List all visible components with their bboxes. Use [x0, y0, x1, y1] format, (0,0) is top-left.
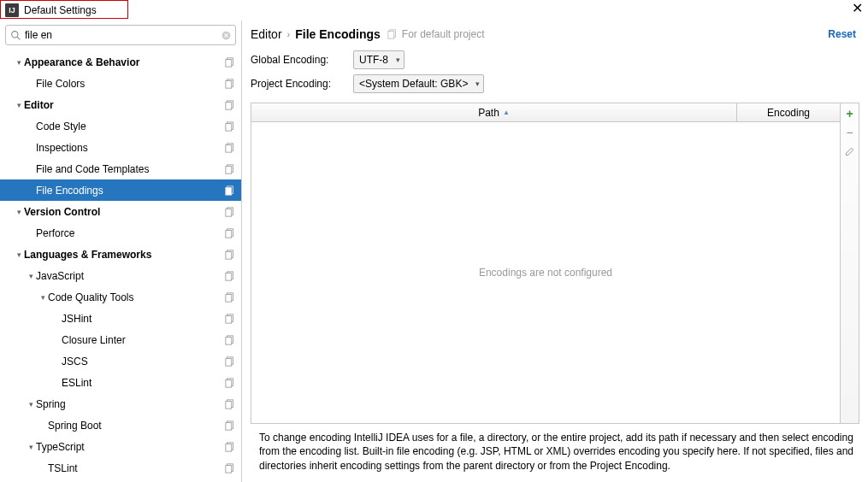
reset-link[interactable]: Reset	[828, 28, 856, 40]
tree-item-label: JSCS	[62, 356, 224, 367]
project-scope-icon	[224, 206, 236, 218]
svg-rect-36	[226, 379, 232, 387]
project-encoding-value: <System Default: GBK>	[359, 78, 468, 90]
tree-item-file-encodings[interactable]: File Encodings	[0, 179, 241, 201]
tree-item-eslint[interactable]: ESLint	[0, 372, 241, 393]
help-text: To change encoding IntelliJ IDEA uses fo…	[242, 424, 868, 482]
expand-icon[interactable]: ▾	[26, 443, 36, 451]
tree-item-tslint[interactable]: TSLint	[0, 457, 241, 479]
project-scope-icon	[224, 99, 236, 111]
svg-rect-10	[226, 102, 232, 109]
tree-item-label: Appearance & Behavior	[24, 56, 224, 68]
project-scope-icon	[224, 249, 236, 261]
svg-rect-24	[226, 251, 232, 259]
tree-item-version-control[interactable]: ▾Version Control	[0, 201, 241, 222]
project-encoding-label: Project Encoding:	[251, 78, 345, 90]
project-scope-icon	[224, 120, 236, 132]
breadcrumb-leaf: File Encodings	[295, 27, 381, 41]
tree-item-spring[interactable]: ▾Spring	[0, 393, 241, 414]
project-encoding-select[interactable]: <System Default: GBK> ▾	[353, 74, 484, 93]
expand-icon[interactable]: ▾	[38, 293, 48, 302]
tree-item-editor[interactable]: ▾Editor	[0, 94, 241, 115]
tree-item-label: JSHint	[62, 313, 224, 325]
breadcrumb-root[interactable]: Editor	[251, 27, 282, 41]
search-input[interactable]	[21, 29, 220, 41]
tree-item-javascript[interactable]: ▾JavaScript	[0, 265, 241, 286]
tree-item-label: ESLint	[62, 377, 224, 389]
window-title: Default Settings	[24, 4, 97, 16]
col-encoding-label: Encoding	[767, 107, 810, 119]
project-hint-label: For default project	[402, 28, 485, 40]
table-header: Path ▲ Encoding	[251, 103, 840, 122]
tree-item-code-style[interactable]: Code Style	[0, 115, 241, 137]
tree-item-appearance-behavior[interactable]: ▾Appearance & Behavior	[0, 51, 241, 73]
svg-rect-12	[226, 123, 232, 131]
global-encoding-label: Global Encoding:	[251, 54, 345, 66]
tree-item-perforce[interactable]: Perforce	[0, 222, 241, 244]
svg-rect-16	[226, 166, 232, 173]
table-toolbar: + −	[840, 103, 859, 423]
tree-item-closure-linter[interactable]: Closure Linter	[0, 329, 241, 350]
svg-rect-30	[226, 315, 232, 323]
clear-search-icon[interactable]	[220, 29, 232, 41]
tree-item-label: File Encodings	[36, 185, 224, 197]
breadcrumb: Editor › File Encodings	[251, 27, 381, 41]
expand-icon[interactable]: ▾	[14, 58, 24, 67]
expand-icon[interactable]: ▾	[26, 272, 36, 280]
svg-rect-34	[226, 358, 232, 366]
project-scope-icon	[224, 334, 236, 346]
expand-icon[interactable]: ▾	[14, 208, 24, 216]
tree-item-languages-frameworks[interactable]: ▾Languages & Frameworks	[0, 244, 241, 265]
tree-item-code-quality-tools[interactable]: ▾Code Quality Tools	[0, 286, 241, 308]
settings-tree[interactable]: ▾Appearance & BehaviorFile Colors▾Editor…	[0, 50, 241, 482]
svg-rect-26	[226, 273, 232, 280]
tree-item-jscs[interactable]: JSCS	[0, 350, 241, 372]
remove-button[interactable]: −	[843, 126, 857, 139]
tree-item-spring-boot[interactable]: Spring Boot	[0, 414, 241, 436]
search-box[interactable]	[5, 25, 236, 45]
project-scope-icon	[224, 313, 236, 325]
tree-item-label: JavaScript	[36, 270, 224, 282]
col-path[interactable]: Path ▲	[251, 103, 737, 121]
tree-item-label: Languages & Frameworks	[24, 249, 224, 261]
project-scope-icon	[224, 462, 236, 474]
col-encoding[interactable]: Encoding	[737, 103, 840, 121]
add-button[interactable]: +	[843, 107, 857, 120]
svg-point-0	[11, 31, 17, 37]
encodings-table: Path ▲ Encoding Encodings are not config…	[251, 103, 859, 424]
svg-rect-38	[226, 401, 232, 409]
tree-item-label: Inspections	[36, 142, 224, 154]
titlebar: IJ Default Settings ✕	[0, 0, 868, 21]
svg-rect-14	[226, 144, 232, 152]
tree-item-file-colors[interactable]: File Colors	[0, 73, 241, 94]
expand-icon[interactable]: ▾	[26, 400, 36, 409]
tree-item-typescript[interactable]: ▾TypeScript	[0, 436, 241, 457]
svg-rect-8	[226, 80, 232, 88]
project-scope-icon	[224, 441, 236, 453]
tree-item-inspections[interactable]: Inspections	[0, 137, 241, 158]
project-scope-icon	[224, 270, 236, 282]
project-scope-icon	[224, 291, 236, 303]
svg-rect-22	[226, 230, 232, 238]
tree-item-label: TypeScript	[36, 441, 224, 453]
project-scope-icon	[387, 29, 399, 40]
tree-item-jshint[interactable]: JSHint	[0, 308, 241, 329]
col-path-label: Path	[478, 107, 499, 119]
svg-rect-28	[226, 294, 232, 302]
expand-icon[interactable]: ▾	[14, 250, 24, 259]
global-encoding-value: UTF-8	[359, 54, 388, 66]
table-empty-message: Encodings are not configured	[251, 122, 840, 423]
edit-button[interactable]	[843, 144, 857, 158]
tree-item-file-and-code-templates[interactable]: File and Code Templates	[0, 158, 241, 179]
tree-item-label: Code Quality Tools	[48, 291, 224, 303]
tree-item-label: File and Code Templates	[36, 163, 224, 175]
tree-item-label: Perforce	[36, 227, 224, 239]
global-encoding-select[interactable]: UTF-8 ▾	[353, 50, 404, 69]
project-scope-icon	[224, 398, 236, 410]
svg-rect-6	[226, 59, 232, 67]
close-icon[interactable]: ✕	[852, 2, 863, 15]
expand-icon[interactable]: ▾	[14, 101, 24, 109]
search-icon	[9, 29, 21, 41]
project-hint: For default project	[387, 28, 485, 40]
svg-line-1	[17, 37, 20, 39]
